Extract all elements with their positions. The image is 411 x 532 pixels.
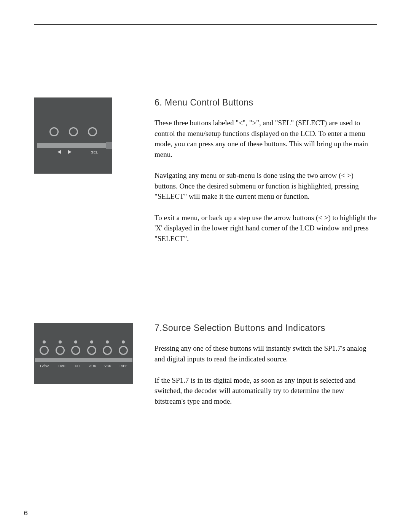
source-led-cd [74, 340, 77, 343]
menu-panel-strip [37, 143, 112, 148]
menu-left-button [49, 127, 59, 136]
top-rule [34, 24, 377, 25]
source-button-vcr [103, 346, 112, 355]
figure-column-source: TV/SAT DVD CD AUX VCR TAPE [34, 323, 133, 417]
source-button-cd [71, 346, 80, 355]
source-led-tape [122, 340, 125, 343]
section-menu-control: SEL 6. Menu Control Buttons These three … [34, 97, 377, 254]
section7-paragraph-1: Pressing any one of these buttons will i… [155, 343, 377, 364]
source-button-tape [119, 346, 128, 355]
figure-column-menu: SEL [34, 97, 133, 254]
source-label-tvsat: TV/SAT [40, 364, 51, 368]
source-label-vcr: VCR [104, 364, 113, 368]
section-source-selection: TV/SAT DVD CD AUX VCR TAPE 7.Source Sele… [34, 323, 377, 417]
page: SEL 6. Menu Control Buttons These three … [0, 0, 411, 532]
section6-paragraph-3: To exit a menu, or back up a step use th… [155, 212, 377, 244]
text-column-menu: 6. Menu Control Buttons These three butt… [155, 97, 377, 254]
menu-label-row: SEL [34, 150, 112, 155]
source-label-dvd: DVD [57, 364, 67, 368]
section6-paragraph-1: These three buttons labeled "<", ">", an… [155, 118, 377, 160]
arrow-right-icon [68, 150, 82, 155]
text-column-source: 7.Source Selection Buttons and Indicator… [155, 323, 377, 417]
menu-knob-row [34, 127, 112, 136]
menu-right-button [69, 127, 78, 136]
source-led-dvd [59, 340, 62, 343]
source-led-tvsat [43, 340, 46, 343]
source-label-row: TV/SAT DVD CD AUX VCR TAPE [40, 364, 128, 368]
page-number: 6 [24, 509, 29, 518]
source-selection-panel-figure: TV/SAT DVD CD AUX VCR TAPE [34, 323, 133, 384]
source-panel-strip [35, 358, 132, 362]
source-label-cd: CD [73, 364, 82, 368]
source-label-tape: TAPE [119, 364, 128, 368]
source-button-aux [87, 346, 96, 355]
section6-paragraph-2: Navigating any menu or sub-menu is done … [155, 170, 377, 202]
section7-heading: 7.Source Selection Buttons and Indicator… [155, 323, 377, 333]
sel-label: SEL [89, 150, 100, 154]
source-led-row [40, 340, 128, 343]
source-button-row [40, 346, 128, 355]
menu-select-button [88, 127, 97, 136]
menu-panel-strip-tab [106, 142, 112, 149]
source-button-dvd [56, 346, 65, 355]
source-led-vcr [106, 340, 109, 343]
source-label-aux: AUX [88, 364, 97, 368]
source-button-tvsat [40, 346, 49, 355]
section6-heading: 6. Menu Control Buttons [155, 97, 377, 108]
source-led-aux [90, 340, 93, 343]
menu-control-panel-figure: SEL [34, 97, 112, 174]
arrow-left-icon [47, 150, 61, 155]
section7-paragraph-2: If the SP1.7 is in its digital mode, as … [155, 375, 377, 407]
